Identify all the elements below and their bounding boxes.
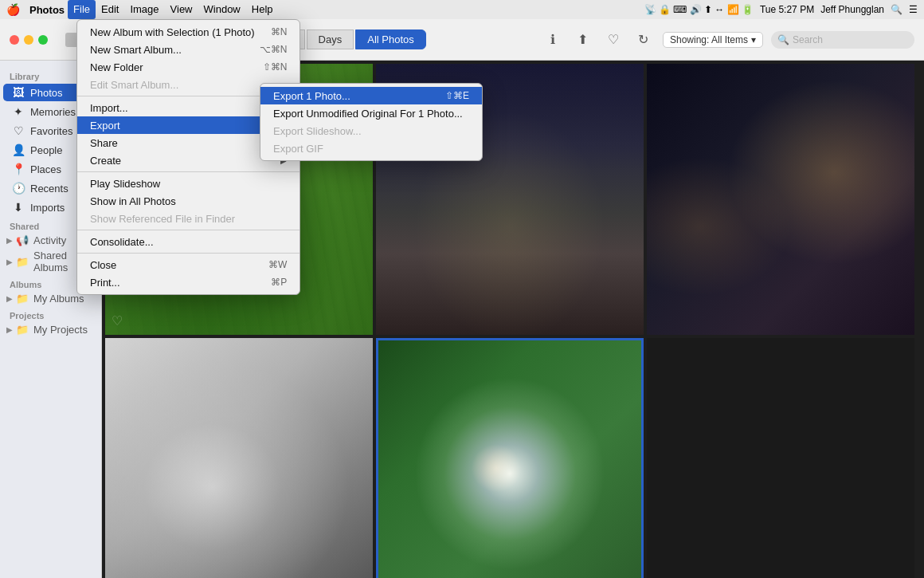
- menubar-list-icon[interactable]: ☰: [909, 4, 918, 15]
- shared-albums-icon: 📁: [16, 256, 29, 268]
- menubar-help[interactable]: Help: [246, 0, 279, 19]
- chevron-icon: ▶: [6, 236, 13, 245]
- submenu-export-unmodified[interactable]: Export Unmodified Original For 1 Photo..…: [260, 104, 482, 122]
- share-button[interactable]: ⬆: [572, 29, 594, 51]
- view-days[interactable]: Days: [307, 29, 354, 49]
- heart-button[interactable]: ♡: [602, 29, 624, 51]
- showing-badge[interactable]: Showing: All Items ▾: [663, 32, 763, 48]
- recents-icon: 🕐: [11, 182, 25, 195]
- menu-close[interactable]: Close ⌘W: [77, 256, 300, 273]
- rotate-button[interactable]: ↻: [632, 29, 655, 51]
- menubar-user[interactable]: Jeff Phungglan: [820, 4, 884, 15]
- menubar-search-icon[interactable]: 🔍: [891, 4, 902, 15]
- chevron-icon: ▶: [6, 258, 13, 266]
- submenu-export-1-photo[interactable]: Export 1 Photo... ⇧⌘E: [260, 87, 482, 104]
- chevron-icon: ▶: [6, 294, 13, 303]
- menu-consolidate[interactable]: Consolidate...: [77, 233, 300, 250]
- separator-4: [77, 253, 300, 254]
- menubar-right: 📡 🔒 ⌨ 🔊 ⬆ ↔ 📶 🔋 Tue 5:27 PM Jeff Phunggl…: [644, 4, 918, 15]
- menubar-window[interactable]: Window: [198, 0, 246, 19]
- info-button[interactable]: ℹ: [542, 29, 564, 51]
- submenu-export-slideshow: Export Slideshow...: [260, 122, 482, 140]
- my-albums-icon: 📁: [16, 293, 29, 305]
- apple-menu[interactable]: 🍎: [6, 3, 20, 16]
- menubar: 🍎 Photos File Edit Image View Window Hel…: [0, 0, 924, 19]
- projects-label: Projects: [0, 306, 101, 322]
- sidebar-item-my-projects[interactable]: ▶ 📁 My Projects: [0, 322, 101, 337]
- minimize-button[interactable]: [24, 35, 33, 45]
- search-box[interactable]: 🔍 Search: [771, 31, 914, 49]
- photo-cell-3[interactable]: [647, 64, 914, 335]
- view-all-photos[interactable]: All Photos: [355, 29, 426, 49]
- menubar-time: Tue 5:27 PM: [760, 4, 814, 15]
- places-icon: 📍: [11, 163, 25, 175]
- export-submenu[interactable]: Export 1 Photo... ⇧⌘E Export Unmodified …: [260, 83, 483, 161]
- memories-icon: ✦: [11, 105, 25, 118]
- menu-play-slideshow[interactable]: Play Slideshow: [77, 175, 300, 192]
- menubar-view[interactable]: View: [165, 0, 198, 19]
- menu-print[interactable]: Print... ⌘P: [77, 273, 300, 291]
- menu-new-album[interactable]: New Album with Selection (1 Photo) ⌘N: [77, 23, 300, 41]
- menu-show-in-all-photos[interactable]: Show in All Photos: [77, 192, 300, 210]
- toolbar-right: ℹ ⬆ ♡ ↻ Showing: All Items ▾ 🔍 Search: [542, 29, 914, 51]
- photo-cell-6: [647, 338, 914, 578]
- menu-show-referenced-file: Show Referenced File in Finder: [77, 210, 300, 227]
- heart-icon[interactable]: ♡: [112, 313, 123, 328]
- menubar-file[interactable]: File: [68, 0, 96, 19]
- separator-3: [77, 230, 300, 230]
- menu-new-smart-album[interactable]: New Smart Album... ⌥⌘N: [77, 41, 300, 58]
- menubar-image[interactable]: Image: [124, 0, 164, 19]
- chevron-down-icon: ▾: [751, 34, 756, 45]
- photo-cell-5[interactable]: [376, 338, 644, 578]
- separator-2: [77, 171, 300, 172]
- submenu-export-gif: Export GIF: [260, 140, 482, 157]
- activity-icon: 📢: [16, 234, 29, 246]
- search-icon: 🔍: [777, 34, 789, 45]
- my-projects-icon: 📁: [16, 324, 29, 336]
- menubar-edit[interactable]: Edit: [96, 0, 124, 19]
- close-button[interactable]: [10, 35, 19, 45]
- fullscreen-button[interactable]: [38, 35, 48, 45]
- app-name[interactable]: Photos: [29, 4, 65, 16]
- imports-icon: ⬇: [11, 201, 25, 214]
- people-icon: 👤: [11, 144, 25, 156]
- photos-icon: 🖼: [11, 86, 25, 99]
- menu-new-folder[interactable]: New Folder ⇧⌘N: [77, 58, 300, 76]
- menubar-icons: 📡 🔒 ⌨ 🔊 ⬆ ↔ 📶 🔋: [644, 4, 754, 15]
- favorites-icon: ♡: [11, 124, 25, 137]
- traffic-lights: [10, 35, 48, 45]
- chevron-icon: ▶: [6, 325, 13, 334]
- photo-cell-4[interactable]: [105, 338, 373, 578]
